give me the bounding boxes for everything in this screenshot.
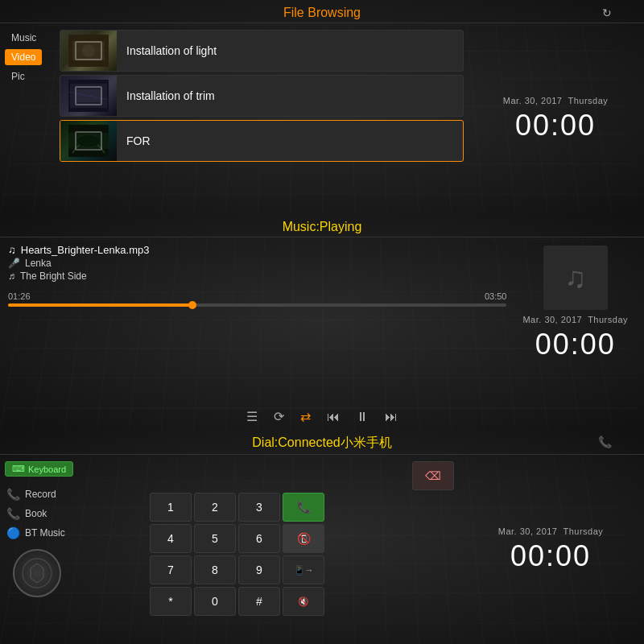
svg-rect-5 <box>70 84 107 108</box>
info-panel-3: Mar. 30, 2017 Thursday 00:00 <box>462 458 639 641</box>
key-4[interactable]: 4 <box>150 524 192 553</box>
info-panel-1: Mar. 30, 2017 Thursday 00:00 <box>467 23 644 214</box>
svg-rect-9 <box>68 133 109 149</box>
key-0[interactable]: 0 <box>194 587 236 616</box>
key-9[interactable]: 9 <box>238 555 280 584</box>
sidebar-item-pic[interactable]: Pic <box>5 68 31 85</box>
phone-call-icon: 📞 <box>598 436 612 448</box>
svg-point-2 <box>82 44 95 57</box>
key-7[interactable]: 7 <box>150 555 192 584</box>
svg-rect-1 <box>72 41 105 60</box>
mute-call-btn[interactable]: 📵 <box>283 524 324 553</box>
file-item-1[interactable]: Installation of light <box>60 30 464 72</box>
panel-content: File Browsing ↻ Music Video Pic <box>0 0 644 214</box>
panel-content-3: Dial:Connected小米手机 📞 ⌨ Keyboard 📞 Record… <box>0 429 644 644</box>
keyboard-icon: ⌨ <box>12 464 25 474</box>
progress-area: 01:26 03:50 <box>8 291 506 307</box>
keyboard-button[interactable]: ⌨ Keyboard <box>5 461 73 477</box>
controls-row: ☰ ⟳ ⇄ ⏮ ⏸ ⏭ <box>0 404 644 429</box>
key-3[interactable]: 3 <box>238 493 280 522</box>
music-note-small: ♫ <box>8 244 16 256</box>
date-display-3: Mar. 30, 2017 Thursday <box>498 526 604 536</box>
file-sidebar: Music Video Pic <box>0 23 56 214</box>
progress-dot <box>188 301 196 309</box>
book-icon: 📞 <box>6 507 20 520</box>
prev-btn[interactable]: ⏮ <box>327 410 340 424</box>
file-browsing-panel: File Browsing ↻ Music Video Pic <box>0 0 644 214</box>
music-info: ♫ Hearts_Brighter-Lenka.mp3 🎤 Lenka ♬ Th… <box>8 241 506 401</box>
file-item-2[interactable]: Installation of trim <box>60 75 464 117</box>
album-art-note: ♫ <box>564 261 586 295</box>
key-5[interactable]: 5 <box>194 524 236 553</box>
thumb-visual-1 <box>60 30 117 72</box>
sidebar-item-video[interactable]: Video <box>5 49 42 65</box>
date-display-1: Mar. 30, 2017 Thursday <box>503 96 609 105</box>
main-area: Music Video Pic <box>0 23 644 214</box>
music-main: ♫ Hearts_Brighter-Lenka.mp3 🎤 Lenka ♬ Th… <box>0 237 644 404</box>
key-2[interactable]: 2 <box>194 493 236 522</box>
title-bar-3: Dial:Connected小米手机 📞 <box>0 429 644 454</box>
thumb-visual-2 <box>60 75 117 117</box>
art-and-info: ♫ Mar. 30, 2017 Thursday 00:00 <box>514 241 636 401</box>
title-bar: File Browsing ↻ <box>0 0 644 23</box>
dial-panel: Dial:Connected小米手机 📞 ⌨ Keyboard 📞 Record… <box>0 429 644 644</box>
refresh-icon[interactable]: ↻ <box>602 6 612 19</box>
numpad-row-4: * 0 # 🔇 <box>150 587 454 616</box>
track-name: Hearts_Brighter-Lenka.mp3 <box>21 244 150 256</box>
transfer-btn[interactable]: 📱→ <box>283 555 324 584</box>
numpad-row-2: 4 5 6 📵 <box>150 524 454 553</box>
key-hash[interactable]: # <box>238 587 280 616</box>
panel-title: File Browsing <box>283 6 361 19</box>
file-name-1: Installation of light <box>117 44 217 57</box>
numpad-spacer <box>150 461 410 490</box>
svg-point-10 <box>76 134 101 147</box>
title-bar-2: Music:Playing <box>0 214 644 237</box>
album-row: ♬ The Bright Side <box>8 270 506 282</box>
time-current: 01:26 <box>8 291 31 301</box>
dial-option-record[interactable]: 📞 Record <box>5 485 58 504</box>
call-btn[interactable]: 📞 <box>283 493 324 522</box>
repeat-btn[interactable]: ⟳ <box>274 409 284 424</box>
dial-option-book[interactable]: 📞 Book <box>5 504 48 523</box>
time-display-2: 00:00 <box>535 328 616 361</box>
dial-option-btmusic[interactable]: 🔵 BT Music <box>5 523 67 543</box>
artist-row: 🎤 Lenka <box>8 258 506 269</box>
file-item-3[interactable]: FOR <box>60 120 464 162</box>
book-label: Book <box>25 508 47 519</box>
shuffle-btn[interactable]: ⇄ <box>300 409 311 424</box>
file-thumb-2 <box>60 75 117 117</box>
backspace-btn[interactable]: ⌫ <box>412 461 454 490</box>
btmusic-label: BT Music <box>25 527 65 539</box>
panel-content-2: Music:Playing ♫ Hearts_Brighter-Lenka.mp… <box>0 214 644 429</box>
time-total: 03:50 <box>485 291 507 301</box>
progress-fill <box>8 303 192 307</box>
record-label: Record <box>25 489 56 500</box>
album-name: The Bright Side <box>20 270 87 282</box>
pause-btn[interactable]: ⏸ <box>356 410 369 424</box>
sidebar-item-music[interactable]: Music <box>5 30 43 46</box>
mic-icon: 🎤 <box>8 258 20 269</box>
numpad-row-1: 1 2 3 📞 <box>150 493 454 522</box>
time-display-1: 00:00 <box>515 109 596 142</box>
dtmf-btn[interactable]: 🔇 <box>283 587 324 616</box>
key-8[interactable]: 8 <box>194 555 236 584</box>
time-labels: 01:26 03:50 <box>8 291 506 301</box>
album-art: ♫ <box>543 246 608 310</box>
dial-title: Dial:Connected小米手机 <box>252 436 391 449</box>
key-6[interactable]: 6 <box>238 524 280 553</box>
key-1[interactable]: 1 <box>150 493 192 522</box>
numpad-row-3: 7 8 9 📱→ <box>150 555 454 584</box>
info-panel-2: Mar. 30, 2017 Thursday 00:00 <box>514 310 636 366</box>
next-btn[interactable]: ⏭ <box>385 410 398 424</box>
progress-bar[interactable] <box>8 303 506 307</box>
file-name-2: Installation of trim <box>117 89 215 102</box>
playlist-btn[interactable]: ☰ <box>246 409 258 424</box>
artist-name: Lenka <box>25 258 52 269</box>
track-row: ♫ Hearts_Brighter-Lenka.mp3 <box>8 244 506 256</box>
date-display-2: Mar. 30, 2017 Thursday <box>522 315 628 324</box>
time-display-3: 00:00 <box>510 539 591 573</box>
music-title: Music:Playing <box>283 220 362 233</box>
keyboard-label: Keyboard <box>28 464 66 474</box>
key-star[interactable]: * <box>150 587 192 616</box>
svg-rect-6 <box>76 89 101 102</box>
